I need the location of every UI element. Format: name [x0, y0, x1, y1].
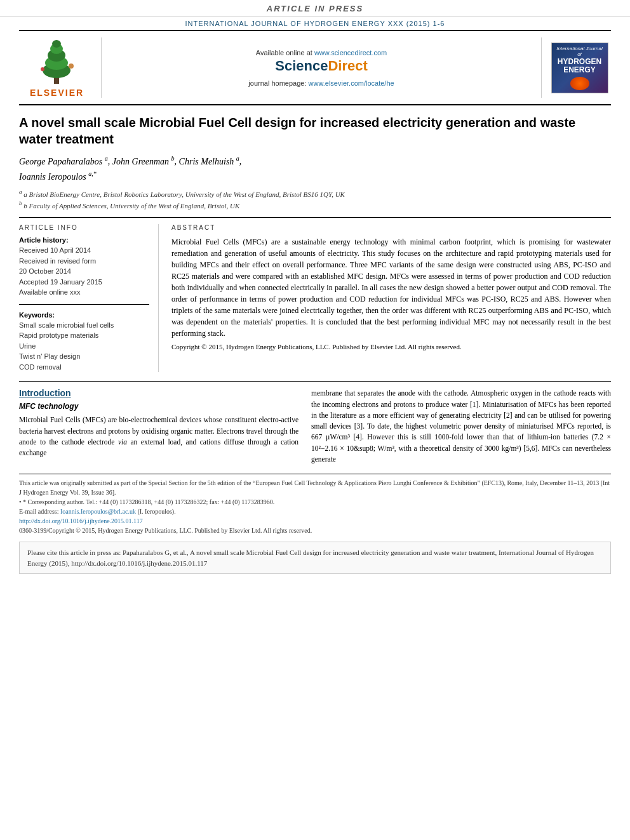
keyword-1: Small scale microbial fuel cells: [19, 320, 149, 331]
affiliations: a a Bristol BioEnergy Centre, Bristol Ro…: [19, 188, 611, 211]
abstract-copyright: Copyright © 2015, Hydrogen Energy Public…: [171, 342, 611, 352]
header-area: ELSEVIER Available online at www.science…: [19, 30, 611, 105]
svg-point-5: [52, 40, 61, 48]
keywords-divider: [19, 304, 149, 305]
author-george: George Papaharalabos: [19, 157, 102, 166]
sciencedirect-logo: ScienceDirect: [275, 58, 368, 74]
accepted-date: Accepted 19 January 2015: [19, 277, 149, 288]
authors: George Papaharalabos a, John Greenman b,…: [19, 154, 611, 184]
author-ioannis-sup: a,*: [88, 170, 97, 177]
received-date: Received 10 April 2014: [19, 245, 149, 256]
journal-homepage-link[interactable]: www.elsevier.com/locate/he: [309, 79, 394, 87]
elsevier-logo: ELSEVIER: [19, 37, 102, 98]
available-online-text: Available online at www.sciencedirect.co…: [256, 49, 387, 57]
article-history-label: Article history:: [19, 236, 149, 244]
elsevier-label: ELSEVIER: [30, 88, 84, 98]
sciencedirect-url-link[interactable]: www.sciencedirect.com: [314, 49, 387, 57]
email-link[interactable]: Ioannis.Ieropoulos@brl.ac.uk: [60, 508, 136, 515]
author-john: John Greenman: [112, 157, 169, 166]
footnote-corresponding: • * Corresponding author. Tel.: +44 (0) …: [19, 497, 611, 507]
keyword-3: Urine: [19, 341, 149, 352]
article-title: A novel small scale Microbial Fuel Cell …: [19, 114, 611, 147]
intro-title: Introduction: [19, 388, 298, 398]
author-chris-sup: a: [236, 155, 239, 162]
footnote-issn: 0360-3199/Copyright © 2015, Hydrogen Ene…: [19, 526, 611, 535]
author-ioannis: Ioannis Ieropoulos: [19, 172, 86, 182]
intro-left-text: Microbial Fuel Cells (MFCs) are bio-elec…: [19, 415, 298, 458]
journal-line: INTERNATIONAL JOURNAL OF HYDROGEN ENERGY…: [0, 17, 630, 30]
hydrogen-logo-title: International Journal of: [554, 46, 605, 58]
footnote-email: E-mail address: Ioannis.Ieropoulos@brl.a…: [19, 507, 611, 516]
hydrogen-energy-logo: International Journal of HYDROGENENERGY: [541, 37, 611, 98]
svg-point-6: [41, 67, 44, 71]
author-george-sup: a: [105, 155, 108, 162]
article-in-press-banner: ARTICLE IN PRESS: [0, 0, 630, 17]
intro-subtitle: MFC technology: [19, 402, 298, 411]
banner-text: ARTICLE IN PRESS: [267, 4, 363, 13]
received-revised-date: Received in revised form20 October 2014: [19, 256, 149, 277]
keyword-5: COD removal: [19, 362, 149, 373]
main-content: A novel small scale Microbial Fuel Cell …: [0, 114, 630, 574]
footer-divider: [19, 474, 611, 474]
abstract-column: ABSTRACT Microbial Fuel Cells (MFCs) are…: [171, 224, 611, 372]
elsevier-tree-icon: [30, 37, 84, 85]
keyword-4: Twist n' Play design: [19, 351, 149, 362]
journal-homepage: journal homepage: www.elsevier.com/locat…: [248, 79, 394, 87]
header-center: Available online at www.sciencedirect.co…: [102, 37, 541, 98]
abstract-text: Microbial Fuel Cells (MFCs) are a sustai…: [171, 236, 611, 339]
article-info-header: ARTICLE INFO: [19, 224, 149, 231]
article-info-abstract-section: ARTICLE INFO Article history: Received 1…: [19, 224, 611, 372]
introduction-section: Introduction MFC technology Microbial Fu…: [19, 388, 611, 465]
footnote-doi: http://dx.doi.org/10.1016/j.ijhydene.201…: [19, 516, 611, 526]
doi-link[interactable]: http://dx.doi.org/10.1016/j.ijhydene.201…: [19, 517, 143, 524]
hydrogen-logo-circle-icon: [570, 77, 589, 90]
author-john-sup: b: [171, 155, 175, 162]
available-online: Available online xxx: [19, 287, 149, 298]
keyword-2: Rapid prototype materials: [19, 330, 149, 341]
intro-right-column: membrane that separates the anode with t…: [311, 388, 611, 465]
hydrogen-logo-main: HYDROGENENERGY: [558, 58, 601, 74]
author-chris: Chris Melhuish: [179, 157, 234, 166]
svg-point-7: [69, 63, 74, 69]
section-divider: [19, 217, 611, 218]
intro-right-text: membrane that separates the anode with t…: [311, 388, 611, 465]
abstract-header: ABSTRACT: [171, 224, 611, 231]
footnote-special-section: This article was originally submitted as…: [19, 478, 611, 497]
article-info-column: ARTICLE INFO Article history: Received 1…: [19, 224, 159, 372]
citation-box: Please cite this article in press as: Pa…: [19, 542, 611, 574]
intro-left-column: Introduction MFC technology Microbial Fu…: [19, 388, 298, 465]
keywords-label: Keywords:: [19, 311, 149, 319]
intro-top-divider: [19, 381, 611, 382]
